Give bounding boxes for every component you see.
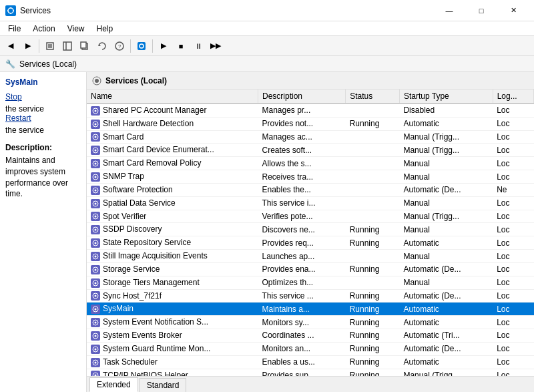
- service-description-cell: Coordinates ...: [258, 329, 346, 343]
- service-status-cell: [346, 130, 400, 144]
- table-row[interactable]: Software ProtectionEnables the...Automat…: [87, 183, 534, 196]
- start-service-button[interactable]: ▶: [156, 38, 172, 54]
- table-row[interactable]: Sync Host_7f21fThis service ...RunningAu…: [87, 289, 534, 303]
- refresh-button[interactable]: [94, 38, 110, 54]
- forward-button[interactable]: ▶: [20, 38, 36, 54]
- service-icon: [91, 225, 100, 234]
- service-name-cell: Storage Service: [87, 262, 258, 276]
- service-log-cell: Loc: [493, 104, 533, 117]
- svg-point-39: [95, 189, 97, 191]
- table-row[interactable]: Still Image Acquisition EventsLaunches a…: [87, 250, 534, 263]
- service-startup-type-cell: Disabled: [399, 104, 493, 117]
- service-status-cell: [346, 144, 400, 157]
- table-row[interactable]: Spot VerifierVerifies pote...Manual (Tri…: [87, 210, 534, 223]
- service-log-cell: Loc: [493, 210, 533, 223]
- table-row[interactable]: Spatial Data ServiceThis service i...Man…: [87, 196, 534, 210]
- table-row[interactable]: System Event Notification S...Monitors s…: [87, 316, 534, 329]
- svg-point-36: [95, 176, 97, 178]
- table-row[interactable]: Smart Card Removal PolicyAllows the s...…: [87, 157, 534, 170]
- copy-button[interactable]: [77, 38, 93, 54]
- col-name[interactable]: Name: [87, 89, 258, 104]
- window-title: Services: [20, 6, 51, 15]
- service-status-cell: Running: [346, 369, 400, 376]
- col-startup-type[interactable]: Startup Type: [399, 89, 493, 104]
- table-header-row: Name Description Status Startup Type Log…: [87, 89, 534, 104]
- table-row[interactable]: TCP/IP NetBIOS HelperProvides sup...Runn…: [87, 369, 534, 376]
- minimize-button[interactable]: —: [434, 0, 465, 21]
- service-status-cell: [346, 183, 400, 196]
- restart-suffix: the service: [5, 126, 44, 135]
- address-text: Services (Local): [19, 59, 77, 69]
- service-name-cell: Still Image Acquisition Events: [87, 250, 258, 263]
- table-row[interactable]: Shared PC Account ManagerManages pr...Di…: [87, 104, 534, 117]
- back-button[interactable]: ◀: [3, 38, 19, 54]
- service-startup-type-cell: Manual: [399, 276, 493, 289]
- services-table-wrapper[interactable]: Name Description Status Startup Type Log…: [87, 89, 534, 376]
- col-status[interactable]: Status: [346, 89, 400, 104]
- table-row[interactable]: Smart CardManages ac...Manual (Trigg...L…: [87, 130, 534, 144]
- svg-point-24: [95, 123, 97, 125]
- tab-standard[interactable]: Standard: [140, 378, 187, 392]
- service-icon: [91, 132, 100, 142]
- svg-point-54: [95, 255, 97, 257]
- service-log-cell: Ne: [493, 183, 533, 196]
- svg-point-42: [95, 202, 97, 204]
- service-icon: [91, 305, 100, 314]
- service-startup-type-cell: Manual: [399, 157, 493, 170]
- maximize-button[interactable]: □: [466, 0, 497, 21]
- svg-point-60: [95, 282, 97, 284]
- menu-view[interactable]: View: [62, 23, 90, 35]
- svg-point-48: [95, 229, 97, 231]
- panel-header-icon: [92, 76, 101, 85]
- stop-service-link[interactable]: Stop: [5, 92, 81, 102]
- service-icon: [91, 252, 100, 261]
- service-status-cell: [346, 210, 400, 223]
- service-startup-type-cell: Manual (Trigg...: [399, 369, 493, 376]
- service-description-cell: Provides sup...: [258, 369, 346, 376]
- menu-file[interactable]: File: [3, 23, 26, 35]
- service-icon: [91, 106, 100, 116]
- table-row[interactable]: Storage ServiceProvides ena...RunningAut…: [87, 262, 534, 276]
- table-row[interactable]: Storage Tiers ManagementOptimizes th...M…: [87, 276, 534, 289]
- up-button[interactable]: [42, 38, 58, 54]
- service-startup-type-cell: Automatic: [399, 236, 493, 250]
- pause-service-button[interactable]: ⏸: [190, 38, 206, 54]
- stop-service-button[interactable]: ■: [173, 38, 189, 54]
- service-description-cell: Enables the...: [258, 183, 346, 196]
- service-icon: [91, 318, 100, 327]
- table-row[interactable]: System Guard Runtime Mon...Monitors an..…: [87, 342, 534, 355]
- svg-point-63: [95, 295, 97, 297]
- restart-service-button[interactable]: ▶▶: [208, 38, 224, 54]
- close-button[interactable]: ✕: [498, 0, 529, 21]
- service-status-cell: Running: [346, 289, 400, 303]
- service-icon: [91, 278, 100, 288]
- service-startup-type-cell: Manual (Trigg...: [399, 130, 493, 144]
- service-description-cell: Optimizes th...: [258, 276, 346, 289]
- service-startup-type-cell: Automatic (De...: [399, 342, 493, 355]
- service-description-cell: Manages pr...: [258, 104, 346, 117]
- menu-action[interactable]: Action: [27, 23, 60, 35]
- table-row[interactable]: SNMP TrapReceives tra...ManualLoc: [87, 170, 534, 184]
- tab-extended[interactable]: Extended: [89, 377, 138, 392]
- col-description[interactable]: Description: [258, 89, 346, 104]
- services-button[interactable]: [134, 38, 150, 54]
- table-row[interactable]: State Repository ServiceProvides req...R…: [87, 236, 534, 250]
- table-row[interactable]: SysMainMaintains a...RunningAutomaticLoc: [87, 303, 534, 316]
- show-hide-button[interactable]: [59, 38, 75, 54]
- menu-help[interactable]: Help: [91, 23, 119, 35]
- restart-service-link[interactable]: Restart: [5, 114, 81, 123]
- table-row[interactable]: Smart Card Device Enumerat...Creates sof…: [87, 144, 534, 157]
- table-row[interactable]: System Events BrokerCoordinates ...Runni…: [87, 329, 534, 343]
- table-row[interactable]: Shell Hardware DetectionProvides not...R…: [87, 117, 534, 130]
- service-icon: [91, 345, 100, 354]
- service-description-cell: Maintains a...: [258, 303, 346, 316]
- table-row[interactable]: Task SchedulerEnables a us...RunningAuto…: [87, 355, 534, 369]
- help-button[interactable]: ?: [111, 38, 127, 54]
- col-log[interactable]: Log...: [493, 89, 533, 104]
- service-icon: [91, 120, 100, 129]
- stop-suffix: the service: [5, 104, 44, 114]
- service-icon: [91, 371, 100, 376]
- service-status-cell: Running: [346, 329, 400, 343]
- service-description-cell: Monitors an...: [258, 342, 346, 355]
- table-row[interactable]: SSDP DiscoveryDiscovers ne...RunningManu…: [87, 223, 534, 236]
